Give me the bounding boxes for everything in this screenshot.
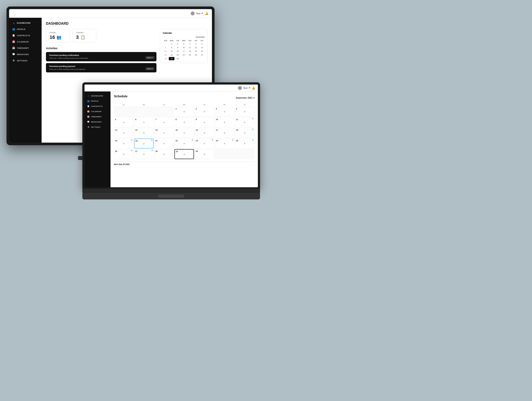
schedule-cell-sep5[interactable]: 5 + bbox=[114, 117, 133, 127]
schedule-cell-sep18[interactable]: 18 + bbox=[235, 128, 254, 138]
add-btn-sep23[interactable]: + bbox=[196, 142, 213, 145]
laptop-sidebar-item-messages[interactable]: 💬 MESSAGES bbox=[84, 119, 111, 124]
schedule-cell-sep22[interactable]: 22 + bbox=[174, 139, 194, 148]
add-btn-sep26[interactable]: + bbox=[115, 153, 133, 156]
add-btn-sep13[interactable]: + bbox=[135, 132, 152, 135]
add-btn-sep8[interactable]: + bbox=[176, 121, 193, 124]
schedule-cell-sep1[interactable]: 1 + bbox=[174, 107, 194, 117]
cal-day-17[interactable]: 17 bbox=[181, 50, 187, 53]
add-btn-sep24[interactable]: + bbox=[216, 142, 233, 145]
schedule-cell-sep28[interactable]: 28 + bbox=[154, 149, 174, 159]
add-btn-sep5[interactable]: + bbox=[115, 121, 133, 124]
cal-day-13[interactable]: 13 bbox=[199, 46, 205, 49]
add-btn-sep18[interactable]: + bbox=[236, 132, 253, 135]
cal-day-6[interactable]: 6 bbox=[199, 42, 205, 45]
schedule-cell-sep7[interactable]: 7 + bbox=[154, 117, 174, 127]
activity-view-btn-0[interactable]: VIEW ➤ bbox=[146, 56, 154, 59]
schedule-cell-sep8[interactable]: 8 + bbox=[174, 117, 194, 127]
add-btn-sep27[interactable]: + bbox=[135, 153, 152, 156]
schedule-cell-sep10[interactable]: 10 + bbox=[215, 117, 234, 127]
add-btn-sep22[interactable]: + bbox=[176, 142, 193, 145]
add-btn-sep15[interactable]: + bbox=[176, 132, 193, 135]
add-btn-sep19[interactable]: + bbox=[115, 142, 133, 145]
add-btn-sep10[interactable]: + bbox=[216, 121, 233, 124]
cal-day-10[interactable]: 10 bbox=[181, 46, 187, 49]
sidebar-item-dashboard[interactable]: ⌂ DASHBOARD bbox=[9, 20, 42, 26]
add-btn-sep9[interactable]: + bbox=[196, 121, 213, 124]
touchpad[interactable] bbox=[158, 195, 184, 198]
add-btn-sep25[interactable]: + bbox=[236, 142, 253, 145]
cal-day-26[interactable]: 26 bbox=[193, 53, 199, 57]
activity-view-btn-1[interactable]: VIEW ➤ bbox=[146, 67, 154, 70]
add-btn-sep1[interactable]: + bbox=[176, 110, 193, 113]
cal-day-24[interactable]: 24 bbox=[181, 53, 187, 57]
schedule-cell-sep6[interactable]: 6 + bbox=[134, 117, 154, 127]
cal-day-12[interactable]: 12 bbox=[193, 46, 199, 49]
schedule-cell-sep13[interactable]: 13 + bbox=[134, 128, 154, 138]
schedule-cell-sep9[interactable]: 9 + bbox=[195, 117, 214, 127]
cal-day-27[interactable]: 27 bbox=[199, 53, 205, 57]
sidebar-item-messages[interactable]: 💬 MESSAGES bbox=[9, 51, 42, 57]
add-btn-sep20[interactable]: + bbox=[135, 142, 152, 146]
add-btn-sep12[interactable]: + bbox=[115, 132, 133, 135]
add-btn-sep17[interactable]: + bbox=[216, 132, 233, 135]
cal-day-30[interactable]: 30 bbox=[175, 57, 181, 60]
add-btn-sep2[interactable]: + bbox=[196, 110, 213, 113]
cal-day-3[interactable]: 3 bbox=[181, 42, 187, 45]
schedule-cell-sep25[interactable]: 25 + bbox=[235, 139, 254, 148]
schedule-cell-sep21[interactable]: 21 + bbox=[154, 139, 174, 148]
laptop-sidebar-item-people[interactable]: 👥 PEOPLE bbox=[84, 98, 111, 104]
sidebar-item-settings[interactable]: ⚙ SETTINGS bbox=[9, 57, 42, 64]
add-btn-sep11[interactable]: + bbox=[236, 121, 253, 124]
schedule-cell-sep3[interactable]: 3 + bbox=[215, 107, 234, 117]
schedule-cell-sep11[interactable]: 11 + bbox=[235, 117, 254, 127]
cal-day-8[interactable]: 8 bbox=[169, 46, 174, 49]
sidebar-item-timesheet[interactable]: 📅 TIMESHEET bbox=[9, 45, 42, 51]
cal-day-23[interactable]: 23 bbox=[175, 53, 181, 57]
cal-day-19[interactable]: 19 bbox=[193, 50, 199, 53]
add-btn-sep21[interactable]: + bbox=[155, 142, 173, 145]
cal-day-1[interactable]: 1 bbox=[169, 42, 174, 45]
sidebar-item-people[interactable]: 👥 PEOPLE bbox=[9, 26, 42, 32]
add-btn-sep3[interactable]: + bbox=[216, 110, 233, 113]
sidebar-item-contracts[interactable]: 📋 CONTRACTS bbox=[9, 32, 42, 38]
cal-day-20[interactable]: 20 bbox=[199, 50, 205, 53]
add-btn-sep16[interactable]: + bbox=[196, 132, 213, 135]
laptop-bell-icon[interactable]: 🔔 bbox=[252, 86, 255, 89]
add-btn-sep6[interactable]: + bbox=[135, 121, 152, 124]
schedule-cell-sep16[interactable]: 16 + bbox=[195, 128, 214, 138]
schedule-cell-sep19[interactable]: 19 + bbox=[114, 139, 133, 148]
laptop-sidebar-item-timesheet[interactable]: 📅 TIMESHEET bbox=[84, 114, 111, 119]
add-btn-sep30[interactable]: + bbox=[196, 153, 213, 156]
laptop-sidebar-item-calendar[interactable]: 📅 CALENDAR bbox=[84, 109, 111, 114]
schedule-cell-sep29-today[interactable]: 29 + bbox=[174, 149, 194, 159]
cal-day-11[interactable]: 11 bbox=[187, 46, 193, 49]
schedule-cell-sep24[interactable]: 24 + bbox=[215, 139, 234, 148]
cal-day-28[interactable]: 28 bbox=[163, 57, 168, 60]
laptop-chevron-down-icon[interactable]: ▾ bbox=[249, 87, 250, 89]
schedule-cell-sep2[interactable]: 2 + bbox=[195, 107, 214, 117]
schedule-cell-sep30[interactable]: 30 + bbox=[195, 149, 214, 159]
cal-day-22[interactable]: 22 bbox=[169, 53, 174, 57]
cal-day-4[interactable]: 4 bbox=[187, 42, 193, 45]
cal-day-14[interactable]: 14 bbox=[163, 50, 168, 53]
schedule-cell-sep15[interactable]: 15 + bbox=[174, 128, 194, 138]
cal-day-5[interactable]: 5 bbox=[193, 42, 199, 45]
schedule-cell-sep26[interactable]: 26 + bbox=[114, 149, 133, 159]
add-btn-sep29[interactable]: + bbox=[176, 153, 193, 156]
cal-day-29-today[interactable]: 29 bbox=[169, 57, 174, 60]
laptop-sidebar-item-dashboard[interactable]: ⌂ DASHBOARD bbox=[84, 93, 111, 98]
schedule-cell-sep12[interactable]: 12 + bbox=[114, 128, 133, 138]
schedule-cell-sep20-selected[interactable]: 20 + bbox=[134, 139, 154, 148]
cal-day-16[interactable]: 16 bbox=[175, 50, 181, 53]
schedule-cell-sep23[interactable]: 23 + bbox=[195, 139, 214, 148]
schedule-cell-sep14[interactable]: 14 + bbox=[154, 128, 174, 138]
cal-day-9[interactable]: 9 bbox=[175, 46, 181, 49]
schedule-cell-sep17[interactable]: 17 + bbox=[215, 128, 234, 138]
sidebar-item-calendar[interactable]: 📅 CALENDAR bbox=[9, 38, 42, 45]
cal-day-15[interactable]: 15 bbox=[169, 50, 174, 53]
cal-day-2[interactable]: 2 bbox=[175, 42, 181, 45]
add-btn-sep7[interactable]: + bbox=[155, 121, 173, 124]
bell-icon[interactable]: 🔔 bbox=[205, 12, 209, 15]
laptop-sidebar-item-settings[interactable]: ⚙ SETTINGS bbox=[84, 124, 111, 130]
